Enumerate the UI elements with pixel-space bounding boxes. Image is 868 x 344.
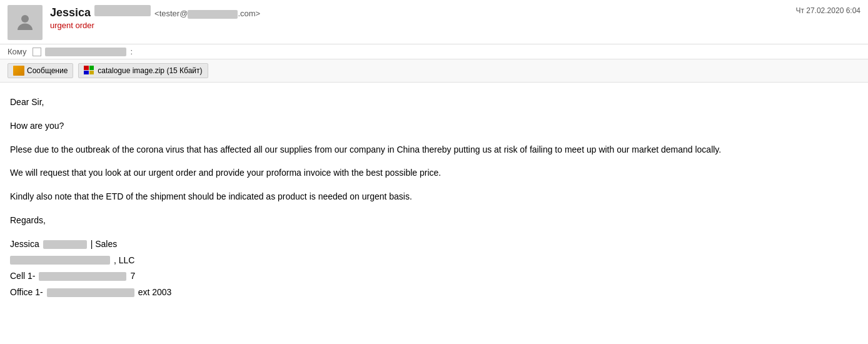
sig-company-blurred	[10, 256, 110, 265]
email-header: Jessica <tester@.com> urgent order Чт 27…	[0, 0, 868, 44]
attachment-tab-message[interactable]: Сообщение	[8, 63, 73, 78]
email-body: Dear Sir, How are you? Plese due to the …	[0, 83, 868, 314]
to-checkbox[interactable]	[33, 48, 41, 56]
sig-office-number-blurred	[47, 288, 134, 297]
svg-point-0	[21, 15, 29, 23]
to-row: Кому :	[0, 44, 868, 59]
to-recipient-blurred	[45, 48, 126, 56]
sig-llc: , LLC	[114, 253, 134, 268]
sender-email-domain-blurred	[188, 10, 238, 19]
sig-cell-prefix: Cell 1-	[10, 269, 35, 284]
sig-name-line: Jessica | Sales	[10, 237, 858, 252]
sig-role: | Sales	[91, 237, 118, 252]
sig-office-line: Office 1-ext 2003	[10, 285, 858, 300]
sig-company-line: , LLC	[10, 253, 858, 268]
to-label: Кому	[8, 47, 26, 56]
person-icon	[14, 11, 36, 34]
email-date: Чт 27.02.2020 6:04	[795, 5, 860, 15]
attachment-tab-zip[interactable]: catalogue image.zip (15 Кбайт)	[78, 63, 208, 78]
attachment-zip-label: catalogue image.zip (15 Кбайт)	[98, 66, 202, 75]
avatar	[8, 5, 43, 40]
sig-lastname-blurred	[43, 240, 87, 249]
sig-cell-line: Cell 1-7	[10, 269, 858, 284]
sig-cell-suffix: 7	[130, 269, 135, 284]
attachment-message-label: Сообщение	[27, 66, 68, 75]
body-regards: Regards,	[10, 213, 858, 228]
body-line2: Plese due to the outbreak of the corona …	[10, 143, 858, 158]
body-greeting: Dear Sir,	[10, 95, 858, 110]
sender-email: <tester@.com>	[154, 9, 260, 19]
attachments-row: Сообщение catalogue image.zip (15 Кбайт)	[0, 59, 868, 83]
email-subject: urgent order	[50, 21, 788, 30]
sig-first-name: Jessica	[10, 237, 39, 252]
message-icon	[13, 66, 24, 76]
body-line3: We will request that you look at our urg…	[10, 166, 858, 181]
sender-name-row: Jessica <tester@.com>	[50, 5, 788, 19]
sender-lastname-blurred	[94, 5, 151, 16]
signature: Jessica | Sales , LLC Cell 1-7 Office 1-…	[10, 237, 858, 300]
sig-office-suffix: ext 2003	[138, 285, 172, 300]
body-line1: How are you?	[10, 119, 858, 134]
zip-icon	[84, 66, 95, 76]
email-container: Jessica <tester@.com> urgent order Чт 27…	[0, 0, 868, 314]
body-line4: Kindly also note that the ETD of the shi…	[10, 190, 858, 205]
sig-office-prefix: Office 1-	[10, 285, 43, 300]
sender-name: Jessica	[50, 6, 91, 19]
sig-cell-number-blurred	[39, 272, 126, 281]
sender-info: Jessica <tester@.com> urgent order	[50, 5, 788, 30]
